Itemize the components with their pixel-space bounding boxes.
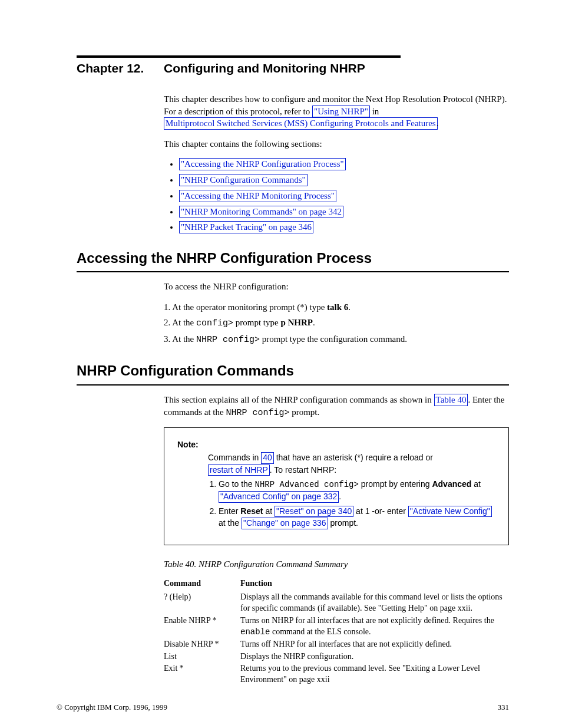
section-link-2[interactable]: "Accessing the NHRP Monitoring Process"	[179, 190, 336, 202]
note-box: Note: Commands in 40 that have an asteri…	[164, 427, 509, 545]
page: Chapter 12. Configuring and Monitoring N…	[0, 0, 562, 728]
intro-end: .	[437, 118, 439, 128]
chapter-heading: Chapter 12. Configuring and Monitoring N…	[77, 60, 509, 77]
cmd-cell: Disable NHRP *	[164, 639, 240, 650]
table-row: List Displays the NHRP configuration.	[164, 651, 509, 663]
cmd-cell: Exit *	[164, 663, 240, 686]
access-body: To access the NHRP configuration: 1. At …	[164, 281, 509, 346]
table-row: Enable NHRP * Turns on NHRP for all inte…	[164, 615, 509, 638]
cmds-body: This section explains all of the NHRP co…	[164, 394, 509, 686]
table-reference: Table 40. NHRP Configuration Command Sum…	[164, 558, 509, 570]
section-link-3[interactable]: "NHRP Monitoring Commands" on page 342	[179, 206, 343, 218]
func-cell: Turns off NHRP for all interfaces that a…	[240, 639, 509, 650]
config-prompt: config>	[196, 318, 233, 328]
change-link[interactable]: "Change" on page 336	[242, 518, 328, 529]
section-link-0[interactable]: "Accessing the NHRP Configuration Proces…	[179, 158, 346, 170]
chapter-title: Configuring and Monitoring NHRP	[164, 60, 365, 77]
page-number: 331	[498, 702, 510, 713]
col-command: Command	[164, 578, 240, 589]
chapter-label: Chapter 12.	[77, 60, 164, 77]
h2-rule	[77, 271, 509, 272]
section-link-1[interactable]: "NHRP Configuration Commands"	[179, 174, 308, 186]
intro-mid: in	[370, 107, 379, 116]
func-cell: Returns you to the previous command leve…	[240, 663, 509, 686]
body-column: This chapter describes how to configure …	[164, 93, 509, 233]
list-item: "NHRP Monitoring Commands" on page 342	[179, 206, 509, 218]
intro-paragraph: This chapter describes how to configure …	[164, 93, 509, 130]
h2-commands: NHRP Configuration Commands	[77, 361, 509, 380]
h2-accessing: Accessing the NHRP Configuration Process	[77, 249, 509, 268]
col-function: Function	[240, 578, 509, 589]
cmd-cell: List	[164, 651, 240, 663]
chapter-rule	[77, 55, 401, 58]
note-table-link[interactable]: 40	[261, 452, 274, 464]
access-step-2: 2. At the config> prompt type p NHRP.	[164, 317, 509, 330]
sections-label: This chapter contains the following sect…	[164, 138, 509, 150]
cmd-cell: ? (Help)	[164, 592, 240, 614]
note-body: Commands in 40 that have an asterisk (*)…	[208, 452, 495, 529]
h2-rule-2	[77, 384, 509, 386]
asterisk: *	[300, 302, 305, 312]
func-cell: Turns on NHRP for all interfaces that ar…	[240, 615, 509, 638]
table-link[interactable]: Table 40	[434, 394, 468, 406]
sections-list: "Accessing the NHRP Configuration Proces…	[164, 158, 509, 233]
table-row: Exit * Returns you to the previous comma…	[164, 663, 509, 686]
table-header-row: Command Function	[164, 578, 509, 589]
note-step-2: Enter Reset at "Reset" on page 340 at 1 …	[219, 505, 495, 529]
list-item: "Accessing the NHRP Monitoring Process"	[179, 190, 509, 202]
func-cell: Displays all the commands available for …	[240, 592, 509, 614]
advanced-config-link[interactable]: "Advanced Config" on page 332	[219, 491, 339, 503]
note-step-1: Go to the NHRP Advanced config> prompt b…	[219, 478, 495, 503]
table-row: Disable NHRP * Turns off NHRP for all in…	[164, 639, 509, 650]
restart-nhrp-link[interactable]: restart of NHRP	[208, 465, 270, 476]
using-nhrp-link[interactable]: "Using NHRP"	[312, 106, 370, 118]
access-step-3: 3. At the NHRP config> prompt type the c…	[164, 333, 509, 346]
table-row: ? (Help) Displays all the commands avail…	[164, 592, 509, 614]
func-cell: Displays the NHRP configuration.	[240, 651, 509, 663]
access-step-1: 1. At the operator monitoring prompt (*)…	[164, 301, 509, 313]
list-item: "Accessing the NHRP Configuration Proces…	[179, 158, 509, 170]
manual-link[interactable]: Multiprotocol Switched Services (MSS) Co…	[164, 117, 438, 130]
cmd-cell: Enable NHRP *	[164, 615, 240, 638]
copyright: © Copyright IBM Corp. 1996, 1999	[57, 702, 167, 713]
nhrp-advanced-prompt: NHRP Advanced config>	[254, 480, 358, 489]
nhrp-config-prompt: NHRP config>	[196, 335, 260, 345]
note-steps: Go to the NHRP Advanced config> prompt b…	[208, 478, 495, 529]
section-link-4[interactable]: "NHRP Packet Tracing" on page 346	[179, 221, 313, 233]
cmd-table: Command Function ? (Help) Displays all t…	[164, 578, 509, 686]
cmds-intro: This section explains all of the NHRP co…	[164, 394, 509, 419]
note-label: Note:	[177, 440, 199, 449]
nhrp-config-prompt-2: NHRP config>	[226, 408, 289, 418]
list-item: "NHRP Packet Tracing" on page 346	[179, 221, 509, 233]
activate-link[interactable]: "Activate New Config"	[408, 506, 492, 518]
access-intro: To access the NHRP configuration:	[164, 281, 509, 292]
list-item: "NHRP Configuration Commands"	[179, 174, 509, 186]
reset-link[interactable]: "Reset" on page 340	[275, 506, 353, 518]
